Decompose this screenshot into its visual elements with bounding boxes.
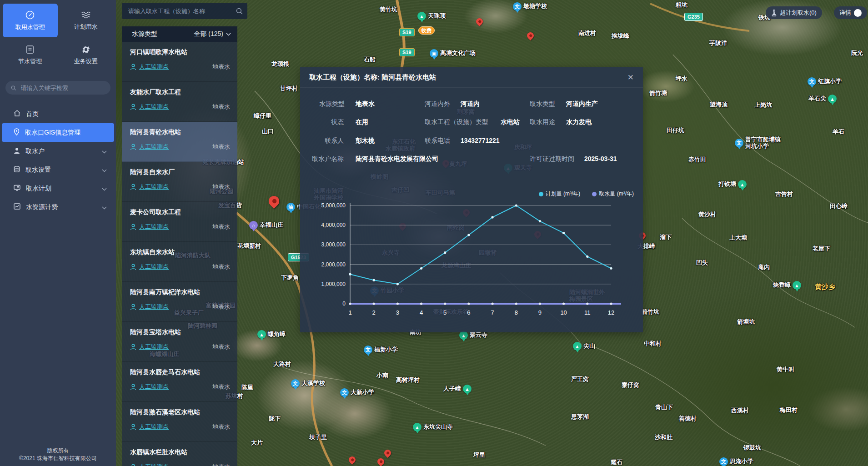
sidebar: 取用水管理计划用水节水管理业务设置 首页取水口GIS信息管理取水户取水设置取水计… (0, 0, 116, 466)
svg-text:2: 2 (372, 309, 376, 316)
over-plan-intake-button[interactable]: 超计划取水(0) (766, 6, 822, 19)
sidebar-search[interactable] (5, 81, 110, 95)
flask-icon (771, 10, 777, 16)
over-plan-intake-label: 超计划取水(0) (780, 9, 817, 17)
station-list-item[interactable]: 陆河县南万镇杞洋水电站 人工监测点 地表水 (122, 282, 237, 322)
field-label: 取水用途 (530, 118, 555, 126)
manual-monitor-link[interactable]: 人工监测点 (139, 63, 169, 71)
red-marker-pin[interactable] (383, 448, 392, 458)
station-list-item[interactable]: 东坑镇自来水站 人工监测点 地表水 (122, 242, 237, 282)
red-marker-pin[interactable] (475, 17, 484, 26)
svg-text:7: 7 (491, 309, 494, 316)
app-switcher: 取用水管理计划用水节水管理业务设置 (0, 0, 116, 74)
app-button-2[interactable]: 节水管理 (3, 38, 58, 72)
station-detail-modal: 取水工程（设施）名称: 陆河县青砼水电站 ✕ 水源类型 地表水 河道内外 河道内… (300, 67, 643, 332)
legend-label: 计划量 (m³/年) (546, 190, 581, 198)
field-label: 联系电话 (425, 137, 450, 145)
red-marker-pin[interactable] (266, 194, 281, 209)
field-value: 河道内 (461, 100, 480, 108)
sidebar-search-input[interactable] (20, 84, 105, 92)
waves-icon (80, 10, 91, 20)
manual-monitor-link[interactable]: 人工监测点 (139, 303, 169, 311)
sidebar-item-4[interactable]: 取水计划 (2, 179, 114, 198)
manual-monitor-link[interactable]: 人工监测点 (139, 423, 169, 431)
person-icon (130, 144, 136, 150)
manual-monitor-link[interactable]: 人工监测点 (139, 143, 169, 151)
station-list-item[interactable]: 水唇镇水栏肚水电站 人工监测点 地表水 (122, 442, 237, 466)
field-label: 联系人 (325, 137, 344, 145)
station-list-item[interactable]: 陆河县青砼水电站 人工监测点 地表水 (122, 122, 237, 162)
source-type-filter[interactable]: 水源类型 全部 (125) (122, 26, 237, 42)
station-search[interactable] (122, 3, 247, 19)
svg-text:3: 3 (396, 309, 399, 316)
toggle-knob[interactable] (854, 9, 862, 17)
water-source-type: 地表水 (212, 183, 230, 191)
app-root: 黄竹坑▲天珠顶文墩塘学校粗坑南进村挨垅峰芋陂洋阮光铁坑G235S19收费S19▣… (0, 0, 868, 466)
field-label: 状态 (331, 118, 344, 126)
station-list-item[interactable]: 河口镇唱歌潭水电站 人工监测点 地表水 (122, 42, 237, 82)
manual-monitor-link[interactable]: 人工监测点 (139, 263, 169, 271)
sidebar-item-0[interactable]: 首页 (2, 105, 114, 123)
station-list-item[interactable]: 麦卡公司取水工程 人工监测点 地表水 (122, 202, 237, 242)
field-value: 2025-03-31 (584, 155, 617, 162)
manual-monitor-link[interactable]: 人工监测点 (139, 223, 169, 231)
sidebar-item-2[interactable]: 取水户 (2, 142, 114, 160)
station-list-item[interactable]: 陆河县水唇走马石水电站 人工监测点 地表水 (122, 362, 237, 402)
search-icon[interactable] (236, 8, 243, 15)
sidebar-item-5[interactable]: 水资源计费 (2, 198, 114, 216)
person-icon (130, 384, 136, 391)
copyright: 版权所有 ©2021 珠海市仁智科技有限公司 (0, 447, 116, 462)
intake-line-chart: 01,000,0002,000,0003,000,0004,000,0005,0… (300, 198, 643, 330)
field-value: 彭木桃 (356, 137, 375, 145)
field-value: 在用 (356, 118, 368, 126)
person-icon (130, 264, 136, 271)
manual-monitor-link[interactable]: 人工监测点 (139, 463, 169, 466)
svg-text:2,000,000: 2,000,000 (321, 261, 346, 268)
close-icon[interactable]: ✕ (627, 73, 634, 82)
detail-toggle-label: 详情 (839, 9, 851, 17)
app-button-3[interactable]: 业务设置 (59, 38, 114, 72)
station-list-item[interactable]: 陆河县激石溪老区水电站 人工监测点 地表水 (122, 402, 237, 442)
detail-toggle[interactable]: 详情 (834, 6, 867, 19)
manual-monitor-link[interactable]: 人工监测点 (139, 103, 169, 111)
station-name: 陆河县南万镇杞洋水电站 (130, 288, 230, 296)
manual-monitor-link[interactable]: 人工监测点 (139, 343, 169, 351)
water-source-type: 地表水 (212, 103, 230, 111)
manual-monitor-link[interactable]: 人工监测点 (139, 183, 169, 191)
field-value: 地表水 (356, 100, 375, 108)
person-icon (130, 304, 136, 311)
water-source-type: 地表水 (212, 383, 230, 391)
person-icon (130, 64, 136, 70)
station-list-item[interactable]: 陆河县自来水厂 人工监测点 地表水 (122, 162, 237, 202)
person-icon (130, 344, 136, 351)
app-button-label: 取用水管理 (15, 23, 45, 31)
sidebar-item-label: 取水口GIS信息管理 (25, 129, 80, 137)
chevron-down-icon (102, 148, 107, 155)
station-list-item[interactable]: 陆河县宝塔水电站 人工监测点 地表水 (122, 322, 237, 362)
svg-text:6: 6 (467, 309, 470, 316)
legend-item[interactable]: 计划量 (m³/年) (539, 190, 581, 198)
field-label: 河道内外 (425, 100, 450, 108)
app-button-0[interactable]: 取用水管理 (3, 4, 58, 37)
red-marker-pin[interactable] (526, 31, 535, 40)
svg-text:1,000,000: 1,000,000 (321, 281, 346, 287)
sidebar-item-1[interactable]: 取水口GIS信息管理 (2, 123, 114, 142)
field-value: 水电站 (501, 118, 520, 126)
field-value: 水力发电 (566, 118, 592, 126)
red-marker-pin[interactable] (376, 457, 386, 466)
manual-monitor-link[interactable]: 人工监测点 (139, 383, 169, 391)
home-icon (14, 110, 20, 118)
sidebar-item-3[interactable]: 取水设置 (2, 160, 114, 179)
svg-text:11: 11 (584, 309, 591, 316)
app-button-1[interactable]: 计划用水 (59, 4, 114, 37)
legend-item[interactable]: 取水量 (m³/年) (592, 190, 634, 198)
person-icon (130, 424, 136, 431)
station-search-input[interactable] (127, 7, 236, 15)
modal-title: 取水工程（设施）名称: 陆河县青砼水电站 (309, 73, 436, 82)
svg-text:10: 10 (560, 309, 567, 316)
red-marker-pin[interactable] (347, 455, 357, 465)
person-icon (130, 464, 136, 466)
station-list-item[interactable]: 友能水厂取水工程 人工监测点 地表水 (122, 82, 237, 122)
station-name: 陆河县宝塔水电站 (130, 328, 230, 336)
field-label: 水源类型 (319, 100, 345, 108)
